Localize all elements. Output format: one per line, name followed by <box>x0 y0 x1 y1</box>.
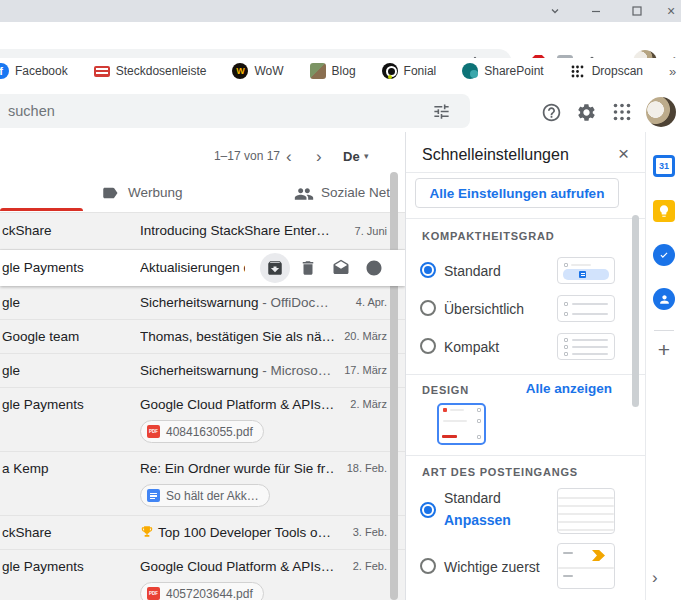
gmail-profile-avatar[interactable] <box>646 97 676 127</box>
input-language-selector[interactable]: De <box>343 141 360 172</box>
snooze-icon[interactable] <box>359 253 389 283</box>
inbox-type-heading: ART DES POSTEINGANGS <box>422 466 578 478</box>
bookmarks-overflow-chevron[interactable]: » <box>669 64 676 79</box>
email-date: 18. Feb. <box>347 452 387 485</box>
email-row[interactable]: gle Payments Google Cloud Platform & API… <box>0 388 405 452</box>
email-row[interactable]: gle Sicherheitswarnung - OffiDoc… 4. Apr… <box>0 286 405 320</box>
list-scrollbar[interactable] <box>390 172 398 600</box>
pdf-icon: PDF <box>147 425 160 438</box>
bookmark-steckdosenleiste[interactable]: Steckdosenleiste <box>94 63 207 79</box>
calendar-icon[interactable]: 31 <box>653 155 675 177</box>
inbox-wichtige-thumb <box>557 543 615 589</box>
email-row[interactable]: gle Sicherheitswarnung - Microso… 17. Mä… <box>0 354 405 388</box>
pagination-label: 1–17 von 17 <box>190 141 280 172</box>
email-date: 4. Apr. <box>356 286 387 319</box>
inbox-option-label: Standard <box>444 490 501 506</box>
facebook-icon: f <box>0 63 9 79</box>
search-options-tune-icon[interactable] <box>429 99 453 123</box>
active-tab-indicator <box>0 208 83 211</box>
mark-read-icon[interactable] <box>326 253 356 283</box>
email-date: 3. Feb. <box>353 516 387 549</box>
settings-gear-icon[interactable] <box>574 100 598 124</box>
list-toolbar: 1–17 von 17 ‹ › De ▾ <box>0 141 405 172</box>
theme-thumbnail-selected[interactable] <box>437 403 486 445</box>
inbox-standard-thumb <box>557 488 615 534</box>
window-close-icon[interactable]: × <box>664 4 678 18</box>
side-rail: 31 + › <box>645 132 681 600</box>
tasks-icon[interactable] <box>653 244 675 266</box>
bookmark-fonial[interactable]: Fonial <box>382 63 437 79</box>
window-minimize-icon[interactable] <box>589 4 603 18</box>
email-date: 2. Feb. <box>353 550 387 583</box>
get-addons-icon[interactable]: + <box>646 338 681 362</box>
density-option-label: Kompakt <box>444 339 499 355</box>
fonial-icon <box>382 63 398 79</box>
tag-icon <box>101 184 119 202</box>
email-row[interactable]: Google team Thomas, bestätigen Sie als n… <box>0 320 405 354</box>
bookmark-facebook[interactable]: f Facebook <box>0 63 68 79</box>
see-all-themes-link[interactable]: Alle anzeigen <box>526 381 612 396</box>
search-input[interactable]: suchen <box>0 94 470 128</box>
tab-werbung[interactable]: Werbung <box>128 185 183 200</box>
browser-toolbar: ☆ ABP ⋮ <box>0 22 681 58</box>
density-kompakt-thumb <box>557 333 615 360</box>
trophy-icon <box>140 525 154 539</box>
panel-title: Schnelleinstellungen <box>422 146 569 164</box>
rail-divider <box>654 330 674 331</box>
bookmark-blog[interactable]: Blog <box>310 63 356 79</box>
customize-link[interactable]: Anpassen <box>444 512 511 528</box>
bookmarks-bar: f Facebook Steckdosenleiste W WoW Blog F… <box>0 58 681 85</box>
email-date: 2. März <box>350 388 387 421</box>
email-rows: ckShare Introducing StackShare Enter… 7.… <box>0 212 405 600</box>
keep-icon[interactable] <box>653 200 675 222</box>
email-row[interactable]: gle Payments Google Cloud Platform & API… <box>0 550 405 600</box>
page-prev-icon[interactable]: ‹ <box>286 141 292 172</box>
density-heading: KOMPAKTHEITSGRAD <box>422 230 554 242</box>
tab-soziale[interactable]: Soziale Netz <box>321 185 397 200</box>
sharepoint-icon <box>462 63 478 79</box>
radio-density-kompakt[interactable] <box>420 338 436 354</box>
email-date: 17. März <box>344 354 387 387</box>
email-row[interactable]: ckShare Introducing StackShare Enter… 7.… <box>0 213 405 250</box>
collapse-side-panel-icon[interactable]: › <box>652 568 658 588</box>
contacts-icon[interactable] <box>653 288 675 310</box>
attachment-chip[interactable]: So hält der Akk… <box>140 484 270 507</box>
bookmark-wow[interactable]: W WoW <box>232 63 283 79</box>
email-list-pane: 1–17 von 17 ‹ › De ▾ Werbung Soziale Net… <box>0 132 405 600</box>
docs-icon <box>147 489 160 502</box>
inbox-tabs: Werbung Soziale Netz <box>0 172 405 211</box>
bookmark-sharepoint[interactable]: SharePoint <box>462 63 543 79</box>
all-settings-button[interactable]: Alle Einstellungen aufrufen <box>415 178 619 208</box>
importance-marker-icon <box>592 550 605 561</box>
window-titlebar: × <box>0 0 681 22</box>
email-row[interactable]: a Kemp Re: Ein Ordner wurde für Sie fr… … <box>0 452 405 516</box>
tab-search-chevron-icon[interactable] <box>548 4 562 18</box>
email-row-hovered[interactable]: gle Payments Aktualisierungen de… <box>0 250 405 286</box>
wow-icon: W <box>232 63 248 79</box>
people-icon <box>294 184 312 202</box>
archive-icon[interactable] <box>260 253 290 283</box>
panel-scrollbar[interactable] <box>632 215 639 407</box>
delete-icon[interactable] <box>293 253 323 283</box>
row-actions <box>260 253 389 283</box>
inbox-option-label: Wichtige zuerst <box>444 559 540 575</box>
radio-density-uebersichtlich[interactable] <box>420 300 436 316</box>
bookmark-dropscan[interactable]: Dropscan <box>570 63 643 79</box>
search-placeholder: suchen <box>8 103 55 119</box>
radio-inbox-standard[interactable] <box>420 502 436 518</box>
email-row[interactable]: ckShare Top 100 Developer Tools o… 3. Fe… <box>0 516 405 550</box>
design-heading: DESIGN <box>422 384 469 396</box>
help-icon[interactable] <box>539 100 563 124</box>
density-option-label: Übersichtlich <box>444 301 524 317</box>
density-uebersichtlich-thumb <box>557 295 615 322</box>
window-maximize-icon[interactable] <box>630 4 644 18</box>
quick-settings-panel: Schnelleinstellungen × Alle Einstellunge… <box>406 132 645 600</box>
page-next-icon[interactable]: › <box>316 141 322 172</box>
attachment-chip[interactable]: PDF 4084163055.pdf <box>140 420 264 443</box>
attachment-chip[interactable]: PDF 4057203644.pdf <box>140 582 264 600</box>
radio-inbox-wichtige[interactable] <box>420 558 436 574</box>
close-icon[interactable]: × <box>618 144 629 164</box>
pdf-icon: PDF <box>147 587 160 600</box>
apps-grid-icon[interactable] <box>610 100 634 124</box>
radio-density-standard[interactable] <box>420 262 436 278</box>
